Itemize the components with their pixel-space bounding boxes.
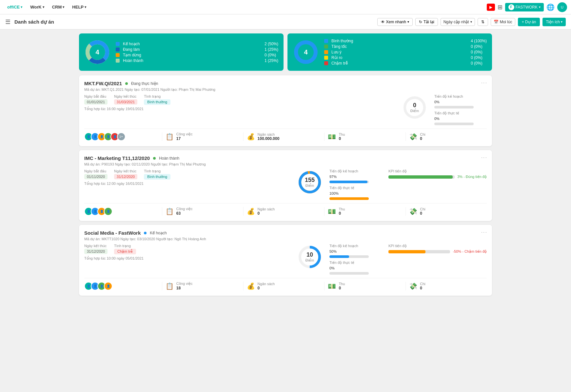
project-2-status-dot [153,157,156,160]
donut-chart-right: 4 [293,39,319,65]
project-2-kpi-pct: 3% - Đúng tiến độ [457,175,487,179]
project-2-thuc-te-label: Tiến độ thực tế [329,186,382,190]
reload-button[interactable]: ↻ Tải lại [415,18,438,26]
sort-button[interactable]: ⇅ [478,18,488,26]
legend-label-tang-toc: Tăng tốc [331,44,467,49]
chi-label-1: Chi [420,132,425,136]
legend-val-cham-tre: 0 (0%) [471,61,487,66]
project-2-thuc-te-bar [329,197,369,200]
legend-dot-tang-toc [324,45,328,49]
nav-crm[interactable]: CRM ▾ [49,3,68,11]
chi-icon-1: 💸 [409,133,417,141]
globe-icon[interactable]: 🌐 [546,3,555,11]
nav-right-section: ▶ ⊞ F FASTWORK ▾ 🌐 U [487,2,567,12]
project-3-menu[interactable]: ··· [481,229,487,235]
project-2-end-label: Ngày kết thúc [114,169,137,173]
ngan-sach-label-2: Ngân sách [258,207,275,211]
project-2-menu[interactable]: ··· [481,155,487,161]
project-3-ke-hoach-label: Tiến độ kế hoạch [329,244,382,248]
project-3-status-dot [144,232,147,234]
project-1-circle-value: 0 [410,102,419,109]
reload-icon: ↻ [419,20,422,24]
nav-office[interactable]: offiCE ▾ [4,3,26,11]
moi-luc-label: Moi lúc [500,20,512,24]
view-button[interactable]: 👁 Xem nhanh ▾ [377,18,413,26]
work-chevron: ▾ [43,5,44,9]
cong-viec-label-3: Công việc [176,282,193,286]
project-1-ke-hoach-pct: 0% [434,100,487,104]
ngan-sach-icon-1: 💰 [247,133,255,141]
project-2-kpi-bar-bg [388,175,455,179]
project-1-circle-text: 0 Điểm [410,102,419,113]
thu-label-2: Thu [339,207,345,211]
ngan-sach-label-1: Ngân sách [258,132,280,136]
legend-dot-rui-ro [324,56,328,60]
grid-icon[interactable]: ⊞ [498,4,502,11]
add-project-label: + Dự án [522,20,536,24]
fastwork-button[interactable]: F FASTWORK ▾ [505,3,544,11]
project-1-status-badge: Bình thường [144,99,170,105]
project-2-chi: 💸 Chi 0 [406,207,487,216]
project-3-status-badge: Chậm trễ [114,249,136,254]
project-1-avatar-group: 👤 👤 👤 👤 👤 2+ [84,132,126,141]
office-label: offiCE [7,5,20,10]
stats-right-legend: Bình thường 4 (100%) Tăng tốc 0 (0%) Lưu… [324,39,487,66]
tien-ich-label: Tiện ích [546,20,560,24]
project-2-avatar-group: 👤 👤 👤 👤 [84,207,112,216]
project-2-cong-viec: 📋 Công việc 63 [162,207,244,216]
legend-label-ke-hoach: Kế hoạch [123,42,261,46]
project-1-start-label: Ngày bắt đầu [84,94,108,99]
project-1-circle-label: Điểm [410,109,419,113]
stats-left-legend: Kế hoạch 2 (50%) Đang làm 1 (25%) Tạm dừ… [116,42,278,63]
stats-row: 4 Kế hoạch 2 (50%) Đang làm 1 (25%) Tạm … [79,33,492,71]
cong-viec-value-2: 63 [176,211,193,216]
p3-avatar-4: 👤 [104,282,112,290]
user-avatar[interactable]: U [557,2,567,12]
project-3-metrics: 👤 👤 👤 👤 📋 Công việc 18 💰 Ngân sách 0 [84,278,487,290]
tien-ich-button[interactable]: Tiện ích ▾ [542,18,566,26]
project-2-left: Ngày bắt đầu 01/11/2020 Ngày kết thúc 31… [84,169,290,186]
project-2-ngan-sach: 💰 Ngân sách 0 [244,207,325,216]
project-3-title: Social Media - FastWork [84,230,141,236]
nav-work[interactable]: WorK ▾ [27,3,47,11]
project-3-circle-label: Điểm [305,258,314,263]
chi-icon-2: 💸 [409,207,417,215]
project-3-thuc-te-bar-bg [329,272,369,275]
work-label: WorK [30,5,41,10]
project-1-cong-viec: 📋 Công việc 17 [162,132,244,141]
date-filter[interactable]: Ngày cập nhật ▾ [441,18,475,26]
project-3-total-line: Tổng hợp lúc 10:00 ngày 05/01/2021 [84,256,290,261]
donut-center-right: 4 [304,49,307,56]
project-2-dates: Ngày bắt đầu 01/11/2020 Ngày kết thúc 31… [84,169,290,180]
project-1-ngan-sach: 💰 Ngân sách 100.000.000 [244,132,325,141]
calendar-icon: 📅 [494,20,499,24]
nav-help[interactable]: HELP ▾ [69,3,89,11]
avatar-count: 2+ [117,132,126,141]
project-3-progress: Tiến độ kế hoạch 50% Tiến độ thực tế 0% [329,244,382,275]
thu-label-3: Thu [339,282,345,286]
hamburger-icon[interactable]: ☰ [5,18,10,26]
thu-icon-2: 💵 [328,207,336,215]
ngan-sach-text-3: Ngân sách 0 [258,282,275,290]
view-icon: 👁 [381,20,385,24]
project-2-total-line: Tổng hợp lúc 12:00 ngày 16/01/2021 [84,182,290,186]
add-project-button[interactable]: + Dự án [518,18,540,26]
ngan-sach-icon-3: 💰 [247,282,255,290]
moi-luc-filter[interactable]: 📅 Moi lúc [491,18,515,26]
stats-left-count: 4 [95,49,99,56]
project-1-menu[interactable]: ··· [481,80,487,86]
thu-icon-1: 💵 [328,133,336,141]
legend-label-luu-y: Lưu ý [331,50,467,54]
legend-val-rui-ro: 0 (0%) [471,55,487,60]
project-2-circle-value: 155 [305,177,315,184]
project-1-meta: Mã dự án: MKT.Q1.2021 Ngày tạo: 07/01/20… [84,88,487,92]
youtube-button[interactable]: ▶ [487,4,495,11]
project-1-chi: 💸 Chi 0 [406,132,487,141]
project-2-start-group: Ngày bắt đầu 01/11/2020 [84,169,108,180]
project-3-cong-viec: 📋 Công việc 18 [162,282,244,290]
project-2-kpi-bar-row: 3% - Đúng tiến độ [388,175,487,179]
legend-label-rui-ro: Rủi ro [331,55,467,60]
project-1-thu: 💵 Thu 0 [325,132,406,141]
project-3-status-label: Kế hoạch [150,231,167,235]
project-2-kpi-bar-fill [388,175,453,179]
